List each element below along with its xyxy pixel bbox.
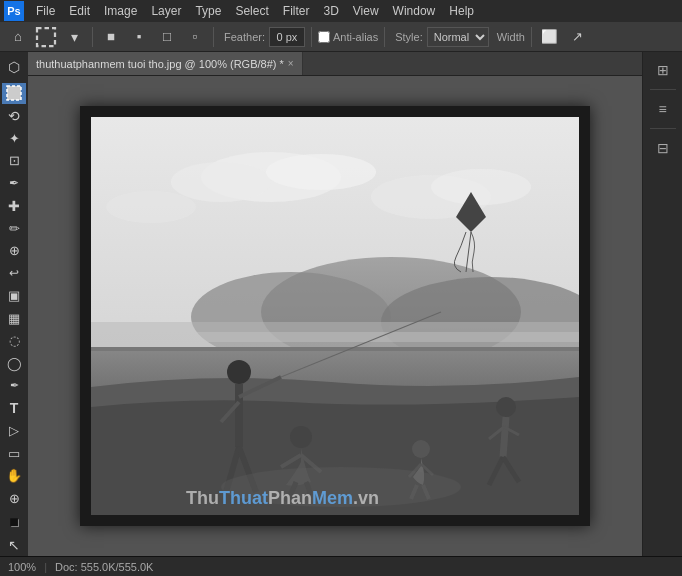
svg-point-4 [171, 162, 271, 202]
separator-1 [92, 27, 93, 47]
svg-line-34 [503, 417, 506, 457]
tool-brush[interactable]: ✏ [2, 218, 26, 240]
workspace: ⬡ ⟲ ✦ ⊡ ✒ ✚ ✏ ⊕ ↩ ▣ ▦ ◌ ◯ ✒ T ▷ ▭ ✋ ⊕ ■ … [0, 52, 682, 556]
panel-layers-btn[interactable]: ≡ [648, 95, 678, 123]
tool-foreground-color[interactable]: ■ [2, 511, 26, 533]
width-label: Width [497, 31, 525, 43]
menu-select[interactable]: Select [229, 2, 274, 20]
menu-file[interactable]: File [30, 2, 61, 20]
separator-2 [213, 27, 214, 47]
left-toolbar: ⬡ ⟲ ✦ ⊡ ✒ ✚ ✏ ⊕ ↩ ▣ ▦ ◌ ◯ ✒ T ▷ ▭ ✋ ⊕ ■ … [0, 52, 28, 556]
svg-point-8 [106, 191, 196, 223]
tool-blur[interactable]: ◌ [2, 330, 26, 352]
menu-help[interactable]: Help [443, 2, 480, 20]
svg-point-25 [290, 426, 312, 448]
options-bar: ⌂ ▾ ■ ▪ □ ▫ Feather: Anti-alias Style: N… [0, 22, 682, 52]
panel-separator-2 [650, 128, 676, 129]
menu-filter[interactable]: Filter [277, 2, 316, 20]
tool-pointer[interactable]: ↖ [2, 535, 26, 557]
app-logo: Ps [4, 1, 24, 21]
tool-stamp[interactable]: ⊕ [2, 240, 26, 262]
zoom-level: 100% [8, 561, 36, 573]
canvas-scroll: ThuThuatPhanMem.vn [28, 76, 642, 556]
panel-adjustments-btn[interactable]: ⊟ [648, 134, 678, 162]
doc-tab-title: thuthuatphanmem tuoi tho.jpg @ 100% (RGB… [36, 58, 284, 70]
menu-layer[interactable]: Layer [145, 2, 187, 20]
home-btn[interactable]: ⌂ [6, 25, 30, 49]
antialiased-label: Anti-alias [318, 31, 378, 43]
style-select[interactable]: Normal [427, 27, 489, 47]
separator-3 [311, 27, 312, 47]
svg-point-33 [496, 397, 516, 417]
menu-edit[interactable]: Edit [63, 2, 96, 20]
svg-rect-1 [7, 86, 21, 100]
marquee-rect-btn[interactable] [34, 25, 58, 49]
right-panel: ⊞ ≡ ⊟ [642, 52, 682, 556]
marquee-ellipse-btn[interactable]: ▾ [62, 25, 86, 49]
menu-view[interactable]: View [347, 2, 385, 20]
select-btn-a[interactable]: ■ [99, 25, 123, 49]
svg-point-28 [412, 440, 430, 458]
tool-eyedropper[interactable]: ✒ [2, 173, 26, 195]
feather-input[interactable] [269, 27, 305, 47]
separator-5 [531, 27, 532, 47]
svg-point-7 [431, 169, 531, 205]
svg-point-5 [266, 154, 376, 190]
panel-separator-1 [650, 89, 676, 90]
panel-arrange-btn[interactable]: ⊞ [648, 56, 678, 84]
tool-hand[interactable]: ✋ [2, 465, 26, 487]
svg-point-39 [221, 467, 461, 507]
tool-heal[interactable]: ✚ [2, 195, 26, 217]
doc-size: Doc: 555.0K/555.0K [55, 561, 153, 573]
menu-3d[interactable]: 3D [317, 2, 344, 20]
status-bar: 100% | Doc: 555.0K/555.0K [0, 556, 682, 576]
tool-type[interactable]: T [2, 398, 26, 420]
status-sep: | [44, 561, 47, 573]
menu-image[interactable]: Image [98, 2, 143, 20]
svg-rect-13 [91, 332, 579, 342]
tool-zoom[interactable]: ⊕ [2, 488, 26, 510]
photo-canvas: ThuThuatPhanMem.vn [80, 106, 590, 526]
photo-image: ThuThuatPhanMem.vn [91, 117, 579, 515]
svg-point-18 [227, 360, 251, 384]
share-btn[interactable]: ↗ [566, 25, 590, 49]
tab-bar: thuthuatphanmem tuoi tho.jpg @ 100% (RGB… [28, 52, 642, 76]
menu-window[interactable]: Window [387, 2, 442, 20]
tool-path-select[interactable]: ▷ [2, 420, 26, 442]
photo-svg [91, 117, 579, 515]
tool-crop[interactable]: ⊡ [2, 150, 26, 172]
select-btn-d[interactable]: ▫ [183, 25, 207, 49]
separator-4 [384, 27, 385, 47]
tool-pen[interactable]: ✒ [2, 375, 26, 397]
tool-marquee-rect[interactable] [2, 83, 26, 105]
tool-eraser[interactable]: ▣ [2, 285, 26, 307]
style-label: Style: [395, 31, 423, 43]
feather-label: Feather: [224, 31, 265, 43]
canvas-area: thuthuatphanmem tuoi tho.jpg @ 100% (RGB… [28, 52, 642, 556]
select-btn-b[interactable]: ▪ [127, 25, 151, 49]
tool-gradient[interactable]: ▦ [2, 308, 26, 330]
tool-move[interactable]: ⬡ [2, 56, 26, 78]
antialiased-checkbox[interactable] [318, 31, 330, 43]
tool-lasso[interactable]: ⟲ [2, 105, 26, 127]
tool-history[interactable]: ↩ [2, 263, 26, 285]
menu-bar: Ps File Edit Image Layer Type Select Fil… [0, 0, 682, 22]
tab-close-btn[interactable]: × [288, 58, 294, 69]
tool-dodge[interactable]: ◯ [2, 353, 26, 375]
select-btn-c[interactable]: □ [155, 25, 179, 49]
svg-rect-0 [37, 28, 55, 46]
svg-rect-15 [91, 347, 579, 351]
tool-shapes[interactable]: ▭ [2, 443, 26, 465]
tool-quick-select[interactable]: ✦ [2, 128, 26, 150]
menu-type[interactable]: Type [189, 2, 227, 20]
rounded-rect-icon[interactable]: ⬜ [538, 25, 562, 49]
document-tab[interactable]: thuthuatphanmem tuoi tho.jpg @ 100% (RGB… [28, 52, 303, 75]
